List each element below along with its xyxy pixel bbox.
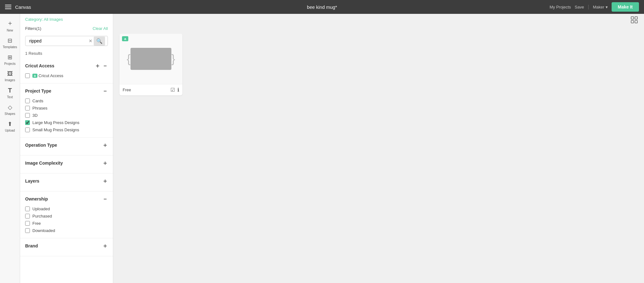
top-nav: Canvas bee kind mug* My Projects Save | …	[0, 0, 644, 14]
results-count: 1 Results	[20, 48, 113, 58]
plus-complexity-icon[interactable]: ＋	[102, 159, 108, 167]
free-checkbox[interactable]	[25, 221, 30, 226]
maker-button[interactable]: Maker ▾	[593, 5, 608, 9]
filter-item-free[interactable]: Free	[25, 220, 108, 227]
filter-item-3d[interactable]: 3D	[25, 112, 108, 119]
content-area: a Free ☑ ℹ	[113, 14, 644, 283]
cricut-access-checkbox[interactable]	[25, 73, 30, 78]
app-title: Canvas	[15, 4, 31, 10]
cricut-access-label-text: Cricut Access	[39, 73, 64, 78]
search-icon[interactable]: 🔍	[94, 37, 105, 46]
minus-ownership-icon[interactable]: －	[102, 195, 108, 203]
tool-templates-label: Templates	[3, 45, 17, 49]
tool-new-label: New	[7, 29, 13, 32]
badge-icon: a	[124, 37, 126, 41]
tool-sidebar: ＋ New ⊟ Templates ⊞ Projects 🖼 Images T …	[0, 14, 20, 283]
filter-item-downloaded[interactable]: Downloaded	[25, 227, 108, 234]
clear-all-button[interactable]: Clear All	[93, 26, 108, 31]
filter-item-uploaded[interactable]: Uploaded	[25, 205, 108, 212]
save-button[interactable]: Save	[575, 5, 584, 9]
operation-type-section: Operation Type ＋	[20, 138, 113, 156]
tool-text[interactable]: T Text	[0, 84, 20, 101]
make-it-button[interactable]: Make It	[612, 2, 639, 12]
filter-item-cricut-access[interactable]: a Cricut Access	[25, 72, 108, 79]
content-inner: a Free ☑ ℹ	[113, 26, 644, 283]
shapes-icon: ◇	[8, 104, 12, 111]
category-label: Category:	[25, 17, 43, 22]
tool-projects-label: Projects	[4, 62, 15, 65]
image-card[interactable]: a Free ☑ ℹ	[119, 34, 182, 95]
filter-item-small-mug[interactable]: Small Mug Press Designs	[25, 126, 108, 133]
image-complexity-header[interactable]: Image Complexity ＋	[25, 159, 108, 167]
tool-images-label: Images	[5, 78, 15, 82]
card-footer: Free ☑ ℹ	[119, 84, 182, 95]
image-complexity-section: Image Complexity ＋	[20, 156, 113, 173]
filter-item-large-mug[interactable]: Large Mug Press Designs	[25, 119, 108, 126]
project-type-section: Project Type － Cards Phrases 3D Large Mu…	[20, 83, 113, 138]
templates-icon: ⊟	[8, 37, 12, 44]
ownership-section: Ownership － Uploaded Purchased Free Down…	[20, 191, 113, 238]
search-bar: ✕ 🔍	[25, 36, 108, 46]
tool-text-label: Text	[7, 95, 13, 99]
tool-upload-label: Upload	[5, 129, 15, 132]
uploaded-checkbox[interactable]	[25, 207, 30, 211]
svg-rect-2	[631, 20, 634, 23]
svg-rect-1	[635, 17, 637, 19]
info-icon[interactable]: ℹ	[177, 87, 179, 93]
purchased-checkbox[interactable]	[25, 214, 30, 218]
tool-shapes[interactable]: ◇ Shapes	[0, 101, 20, 118]
phrases-checkbox[interactable]	[25, 106, 30, 110]
filter-item-cards[interactable]: Cards	[25, 97, 108, 105]
minus-project-icon[interactable]: －	[102, 87, 108, 95]
content-header	[113, 14, 644, 26]
clear-search-icon[interactable]: ✕	[89, 38, 92, 43]
ownership-header[interactable]: Ownership －	[25, 195, 108, 203]
hamburger-menu[interactable]	[5, 5, 11, 9]
brand-header[interactable]: Brand ＋	[25, 242, 108, 250]
plus-brand-icon[interactable]: ＋	[102, 242, 108, 250]
small-mug-checkbox[interactable]	[25, 127, 30, 132]
add-cricut-icon[interactable]: ＋	[95, 62, 100, 70]
3d-checkbox[interactable]	[25, 113, 30, 118]
image-grid: a Free ☑ ℹ	[119, 34, 638, 95]
filters-count: Filters(1)	[25, 26, 41, 31]
cricut-badge: a	[32, 74, 37, 78]
tool-images[interactable]: 🖼 Images	[0, 68, 20, 84]
operation-type-header[interactable]: Operation Type ＋	[25, 141, 108, 149]
card-access-badge: a	[122, 36, 128, 41]
projects-icon: ⊞	[8, 54, 12, 61]
cards-checkbox[interactable]	[25, 99, 30, 103]
large-mug-checkbox[interactable]	[25, 120, 30, 125]
tool-new[interactable]: ＋ New	[0, 16, 20, 35]
tool-projects[interactable]: ⊞ Projects	[0, 51, 20, 68]
layers-section: Layers ＋	[20, 173, 113, 191]
chevron-down-icon: ▾	[606, 5, 608, 9]
tool-upload[interactable]: ⬆ Upload	[0, 118, 20, 135]
category-line: Category: All Images	[20, 14, 113, 24]
cricut-access-section: Cricut Access ＋ － a Cricut Access	[20, 58, 113, 83]
filter-item-purchased[interactable]: Purchased	[25, 212, 108, 220]
minus-cricut-icon[interactable]: －	[102, 62, 108, 70]
project-type-header[interactable]: Project Type －	[25, 87, 108, 95]
card-actions: ☑ ℹ	[170, 87, 179, 93]
downloaded-checkbox[interactable]	[25, 228, 30, 233]
plus-operation-icon[interactable]: ＋	[102, 141, 108, 149]
search-input[interactable]	[28, 36, 89, 46]
nav-divider: |	[588, 4, 589, 10]
my-projects-button[interactable]: My Projects	[550, 5, 571, 9]
cricut-access-header[interactable]: Cricut Access ＋ －	[25, 62, 108, 70]
filter-item-phrases[interactable]: Phrases	[25, 105, 108, 112]
category-value[interactable]: All Images	[44, 17, 63, 22]
svg-rect-0	[631, 17, 634, 19]
layers-header[interactable]: Layers ＋	[25, 177, 108, 185]
card-image	[119, 34, 182, 84]
tool-templates[interactable]: ⊟ Templates	[0, 35, 20, 51]
svg-rect-3	[635, 20, 637, 23]
grid-view-toggle[interactable]	[631, 16, 638, 25]
tool-shapes-label: Shapes	[5, 112, 15, 116]
mug-preview	[130, 48, 171, 70]
images-icon: 🖼	[7, 71, 13, 77]
add-to-canvas-icon[interactable]: ☑	[170, 87, 175, 93]
plus-layers-icon[interactable]: ＋	[102, 177, 108, 185]
card-price: Free	[123, 88, 131, 92]
